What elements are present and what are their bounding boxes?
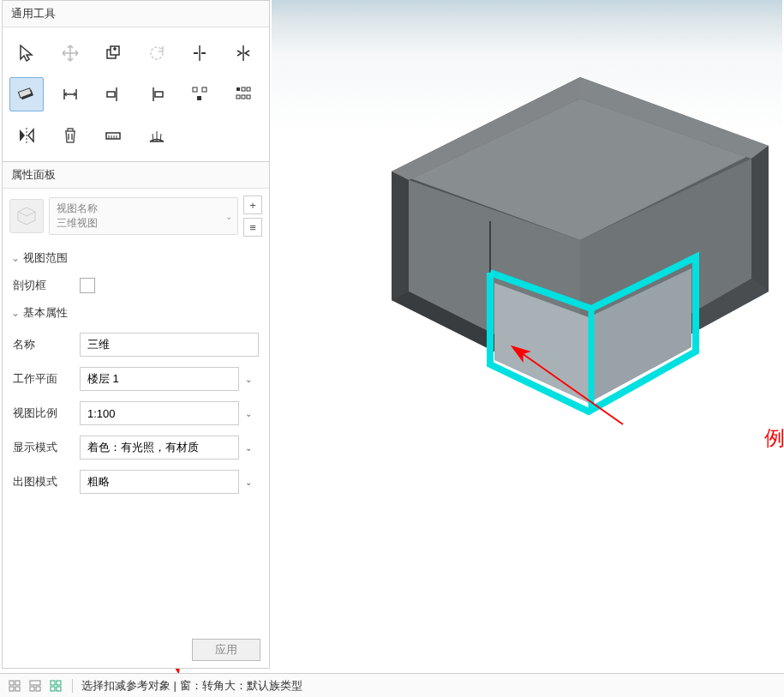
status-text: 选择扣减参考对象 | 窗：转角大：默认族类型 xyxy=(81,678,302,694)
statusbar: 选择扣减参考对象 | 窗：转角大：默认族类型 xyxy=(0,673,784,697)
scale-select[interactable] xyxy=(80,401,239,425)
svg-rect-44 xyxy=(106,133,120,139)
model-3d xyxy=(349,60,777,420)
toolbox-title: 通用工具 xyxy=(3,1,269,27)
svg-marker-8 xyxy=(751,146,769,291)
svg-rect-38 xyxy=(242,87,245,91)
align-center-tool[interactable] xyxy=(183,36,217,70)
select-tool[interactable] xyxy=(9,36,44,70)
svg-rect-59 xyxy=(30,687,34,691)
rotate-tool[interactable] xyxy=(140,36,174,70)
view-name-value: 三维视图 xyxy=(57,216,230,231)
chevron-down-icon: ⌄ xyxy=(245,478,252,487)
delete-tool[interactable] xyxy=(53,118,87,153)
clipbox-label: 剖切框 xyxy=(13,278,73,293)
view-name-label: 视图名称 xyxy=(57,201,230,216)
dimension-tool[interactable] xyxy=(53,77,87,111)
svg-rect-42 xyxy=(247,95,250,99)
svg-rect-62 xyxy=(57,681,61,685)
left-panel: 通用工具 属性面板 视图名称 三维视图 ⌄ xyxy=(2,0,270,669)
view-name-selector[interactable]: 视图名称 三维视图 ⌄ xyxy=(49,197,238,235)
svg-rect-54 xyxy=(9,681,14,685)
svg-point-20 xyxy=(151,47,163,59)
clipbox-checkbox[interactable] xyxy=(80,278,95,293)
angle-tool[interactable] xyxy=(140,118,174,153)
display-mode-select[interactable] xyxy=(80,436,239,460)
svg-rect-31 xyxy=(107,92,115,97)
svg-rect-36 xyxy=(197,96,201,100)
chevron-down-icon: ⌄ xyxy=(245,375,252,384)
svg-rect-61 xyxy=(51,681,55,685)
display-mode-label: 显示模式 xyxy=(13,440,73,455)
workplane-label: 工作平面 xyxy=(13,371,73,387)
scale-label: 视图比例 xyxy=(13,406,73,421)
list-button[interactable]: ≡ xyxy=(243,218,262,237)
measure-tool[interactable] xyxy=(96,118,130,153)
chevron-down-icon: ⌄ xyxy=(225,212,232,221)
svg-rect-57 xyxy=(15,687,20,691)
distribute-tool[interactable] xyxy=(183,77,217,111)
layout-icon-1[interactable] xyxy=(7,678,22,694)
layout-icon-2[interactable] xyxy=(27,678,43,694)
svg-rect-37 xyxy=(236,87,240,91)
array-tool[interactable] xyxy=(226,77,260,111)
align-edge-tool[interactable] xyxy=(226,36,260,70)
svg-rect-41 xyxy=(242,95,245,99)
svg-rect-63 xyxy=(51,687,55,691)
svg-rect-58 xyxy=(30,681,40,685)
name-label: 名称 xyxy=(13,337,73,352)
svg-rect-40 xyxy=(236,95,240,99)
svg-marker-9 xyxy=(392,171,409,300)
plot-mode-label: 出图模式 xyxy=(13,474,73,490)
align-right-tool[interactable] xyxy=(140,77,174,111)
annotation-text: 例如此处：选择窗 xyxy=(764,424,784,452)
svg-rect-56 xyxy=(9,687,14,691)
apply-button[interactable]: 应用 xyxy=(192,639,260,661)
properties-panel: 属性面板 视图名称 三维视图 ⌄ + ≡ 视图范围 剖切框 基本属性 名称 xyxy=(3,161,269,499)
workplane-select[interactable] xyxy=(80,367,239,391)
plot-mode-select[interactable] xyxy=(80,470,239,494)
cut-geometry-tool[interactable] xyxy=(9,77,44,111)
svg-rect-60 xyxy=(36,687,40,691)
svg-rect-34 xyxy=(193,87,197,92)
divider xyxy=(72,679,73,693)
section-view-range[interactable]: 视图范围 xyxy=(3,243,269,273)
view-type-icon xyxy=(9,199,44,233)
name-input[interactable] xyxy=(80,333,259,357)
add-button[interactable]: + xyxy=(243,195,262,214)
svg-rect-55 xyxy=(15,681,20,685)
svg-rect-33 xyxy=(155,92,163,97)
mirror-tool[interactable] xyxy=(9,118,44,153)
layout-icon-3[interactable] xyxy=(48,678,63,694)
svg-rect-35 xyxy=(202,87,206,92)
svg-rect-64 xyxy=(57,687,61,691)
chevron-down-icon: ⌄ xyxy=(245,443,252,453)
chevron-down-icon: ⌄ xyxy=(245,409,252,418)
copy-tool[interactable] xyxy=(96,36,130,70)
section-basic[interactable]: 基本属性 xyxy=(3,298,269,327)
properties-title: 属性面板 xyxy=(3,162,269,189)
move-tool[interactable] xyxy=(53,36,87,70)
viewport-3d[interactable]: 例如此处：选择窗 xyxy=(272,0,782,669)
svg-rect-39 xyxy=(247,87,250,91)
align-left-tool[interactable] xyxy=(96,77,130,111)
tool-grid xyxy=(3,27,269,161)
